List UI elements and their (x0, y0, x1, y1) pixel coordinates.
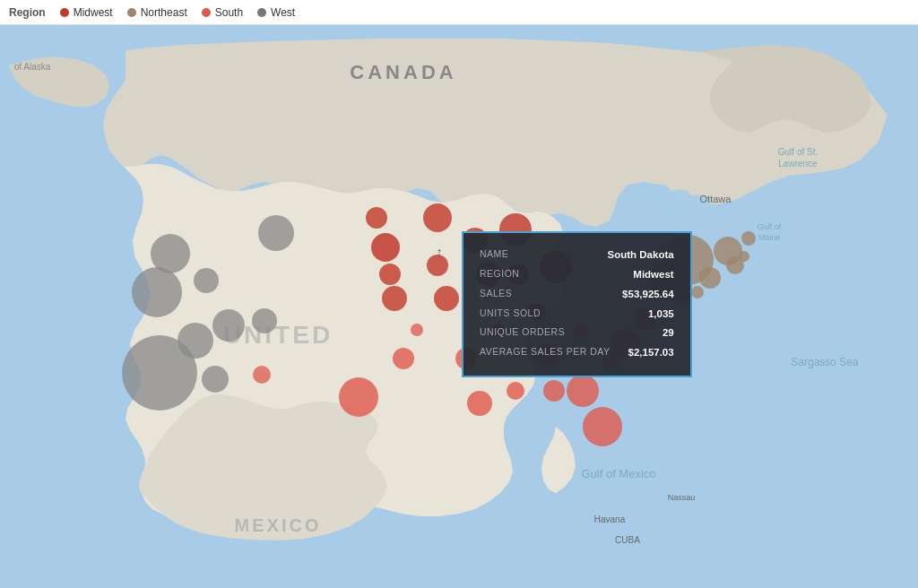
tooltip-name-label: NAME (480, 246, 508, 265)
legend-west: West (257, 6, 295, 19)
gulf-st-lawrence-label: Gulf of St. (778, 147, 818, 157)
bubble-georgia-south[interactable] (567, 375, 599, 407)
bubble-missouri-midwest[interactable] (434, 286, 459, 311)
bubble-nebraska-midwest[interactable] (379, 264, 401, 285)
cursor-indicator: ↑ (437, 245, 443, 259)
bubble-mississippi-south[interactable] (507, 382, 524, 400)
canada-label: CANADA (350, 61, 456, 83)
alaska-label: of Alaska (14, 62, 51, 72)
nassau-label: Nassau (668, 493, 696, 502)
cuba-label: CUBA (615, 535, 640, 545)
tooltip-units-row: UNITS SOLD 1,035 (480, 305, 674, 324)
legend-northeast-label: Northeast (141, 6, 187, 19)
bubble-idaho-west[interactable] (194, 268, 219, 293)
bubble-oklahoma-south[interactable] (393, 348, 414, 369)
tooltip-orders-value: 29 (663, 324, 674, 343)
bubble-small1[interactable] (411, 324, 423, 336)
legend-bar: Region Midwest Northeast South West (0, 0, 918, 25)
gulf-maine-label2: Maine (758, 233, 781, 242)
svg-point-1 (638, 184, 671, 198)
legend-northeast: Northeast (127, 6, 187, 19)
bubble-florida-south[interactable] (583, 407, 622, 446)
legend-midwest: Midwest (60, 6, 113, 19)
bubble-washington-west[interactable] (151, 234, 190, 273)
gulf-st-lawrence-label2: Lawrence (778, 159, 818, 169)
tooltip-avg-row: AVERAGE SALES PER DAY $2,157.03 (480, 343, 674, 363)
bubble-kansas-midwest[interactable] (382, 286, 407, 311)
bubble-alabama-south[interactable] (543, 380, 565, 402)
bubble-texas-south[interactable] (339, 377, 378, 417)
legend-south: South (202, 6, 243, 19)
bubble-montana-west[interactable] (258, 215, 294, 251)
legend-midwest-label: Midwest (74, 6, 113, 19)
bubble-nj-northeast[interactable] (699, 267, 721, 289)
map-container: Region Midwest Northeast South West (0, 0, 918, 588)
bubble-oregon-west[interactable] (132, 267, 182, 317)
map-svg: CANADA UNITED MEXICO of Alaska Gulf of M… (0, 25, 918, 588)
gulf-maine-label: Gulf of (758, 222, 782, 231)
midwest-dot (60, 8, 69, 17)
legend-title: Region (9, 6, 46, 19)
tooltip-region-value: Midwest (633, 265, 673, 285)
bubble-me-northeast[interactable] (741, 231, 756, 246)
tooltip-name-row: NAME South Dakota (480, 246, 674, 265)
bubble-nevada-west[interactable] (178, 323, 213, 359)
tooltip-sales-row: SALES $53,925.64 (480, 285, 674, 305)
northeast-dot (127, 8, 136, 17)
gulf-mexico-label: Gulf of Mexico (581, 467, 655, 480)
mexico-label: MEXICO (235, 515, 322, 535)
tooltip-sales-label: SALES (480, 285, 512, 305)
tooltip-avg-value: $2,157.03 (628, 343, 674, 363)
tooltip-orders-row: UNIQUE ORDERS 29 (480, 324, 674, 343)
legend-south-label: South (215, 6, 243, 19)
tooltip: NAME South Dakota REGION Midwest SALES $… (462, 231, 692, 377)
bubble-utah-west[interactable] (212, 309, 245, 342)
tooltip-sales-value: $53,925.64 (622, 285, 674, 305)
tooltip-orders-label: UNIQUE ORDERS (480, 324, 565, 343)
tooltip-avg-label: AVERAGE SALES PER DAY (480, 343, 611, 363)
tooltip-region-row: REGION Midwest (480, 265, 674, 285)
tooltip-name-value: South Dakota (608, 246, 674, 265)
bubble-north-dakota-midwest[interactable] (366, 207, 387, 229)
sargasso-label: Sargasso Sea (791, 356, 859, 368)
svg-point-5 (637, 200, 654, 209)
havana-label: Havana (594, 514, 626, 524)
svg-point-4 (656, 201, 692, 212)
bubble-de-northeast[interactable] (691, 286, 704, 298)
bubble-nm-south[interactable] (253, 366, 271, 384)
bubble-colorado-west[interactable] (252, 308, 277, 333)
tooltip-units-value: 1,035 (648, 305, 674, 324)
bubble-arizona-west[interactable] (202, 366, 229, 393)
south-dot (202, 8, 211, 17)
bubble-minnesota-midwest[interactable] (423, 203, 452, 232)
tooltip-units-label: UNITS SOLD (480, 305, 541, 324)
legend-west-label: West (271, 6, 295, 19)
west-dot (257, 8, 266, 17)
ottawa-label: Ottawa (700, 194, 732, 204)
tooltip-region-label: REGION (480, 265, 519, 285)
bubble-south-dakota-midwest[interactable] (371, 233, 400, 262)
bubble-louisiana-south[interactable] (467, 391, 492, 416)
bubble-ri-northeast[interactable] (739, 251, 749, 262)
